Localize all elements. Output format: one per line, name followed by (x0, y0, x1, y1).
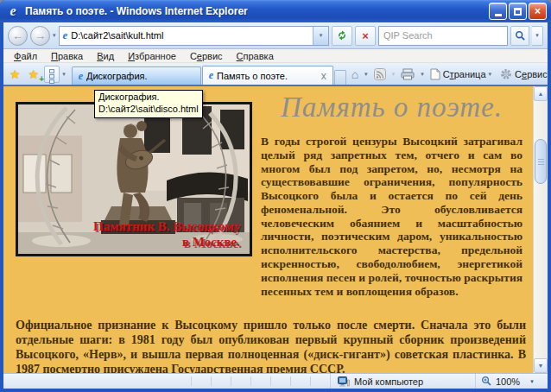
zone-label: Мой компьютер (354, 376, 423, 387)
ie-logo-icon: e (5, 3, 21, 19)
page-button[interactable]: Страница ▾ (428, 66, 494, 82)
tooltip-path: D:\сайт2\sait\disco.html (98, 104, 199, 116)
print-dropdown[interactable]: ▾ (421, 71, 424, 78)
zoom-dropdown[interactable]: ▾ (530, 378, 534, 385)
vertical-scrollbar[interactable]: ▲ ▼ (533, 86, 548, 373)
maximize-button[interactable] (509, 3, 527, 20)
maximize-icon (514, 8, 522, 16)
scrollbar-thumb[interactable] (535, 139, 547, 184)
address-bar: e ▾ (59, 26, 329, 46)
favicon-icon: e (63, 28, 68, 42)
tab-favicon-icon: e (79, 70, 83, 83)
print-button[interactable] (398, 66, 417, 82)
menu-item-edit[interactable]: Правка (44, 51, 90, 61)
menu-item-help[interactable]: Справка (230, 51, 281, 61)
feeds-button[interactable] (371, 66, 389, 82)
close-button[interactable]: × (529, 3, 547, 20)
monument-image: Памятник В. Высоцкому Памятник В. Высоцк… (18, 104, 250, 254)
monument-photo[interactable]: Памятник В. Высоцкому Памятник В. Высоцк… (16, 102, 252, 256)
minimize-button[interactable] (489, 3, 507, 20)
home-button[interactable]: ⌂ (349, 66, 361, 82)
star-icon: ★ (10, 68, 21, 80)
search-input[interactable] (383, 30, 507, 41)
status-bar: Мой компьютер 100% ▾ (3, 373, 548, 389)
history-dropdown[interactable]: ▾ (53, 32, 56, 39)
quick-tabs-button[interactable] (44, 66, 60, 83)
rss-icon (374, 68, 386, 80)
printer-icon (401, 68, 415, 80)
feeds-dropdown: ▾ (392, 71, 396, 78)
search-box (378, 26, 508, 46)
zoom-level: 100% (496, 376, 520, 387)
paragraph-recognition: Официальное признание к Высоцкому пришло… (16, 319, 528, 373)
back-icon: ← (12, 29, 23, 42)
tab-label: Память о поэте. (217, 71, 288, 81)
close-icon: × (535, 5, 541, 17)
new-tab-stub[interactable] (334, 70, 346, 85)
address-dropdown[interactable]: ▾ (313, 27, 328, 45)
tab-pamyat-o-poete[interactable]: e Память о поэте. x (202, 66, 333, 85)
grid-icon (49, 69, 54, 73)
scroll-up-button[interactable]: ▲ (534, 86, 548, 101)
navigation-bar: ← → ▾ e ▾ × (3, 22, 548, 49)
tab-list-dropdown[interactable]: ▾ (62, 66, 66, 83)
link-tooltip: Дискография. D:\сайт2\sait\disco.html (94, 90, 203, 118)
menu-item-file[interactable]: Файл (7, 51, 44, 61)
scrollbar-track[interactable] (534, 101, 548, 358)
window-title: Память о поэте. - Windows Internet Explo… (25, 5, 484, 17)
chevron-down-icon: ▾ (320, 32, 323, 39)
page-content: Памятник В. Высоцкому Памятник В. Высоцк… (3, 85, 548, 373)
chevron-down-icon: ▾ (489, 71, 492, 78)
tooltip-title: Дискография. (98, 92, 199, 104)
page-label: Страница (443, 69, 486, 79)
image-caption-line1: Памятник В. Высоцкому (93, 219, 240, 233)
refresh-icon (336, 29, 348, 41)
forward-button[interactable]: → (30, 26, 50, 46)
menu-bar: Файл Правка Вид Избранное Сервис Справка (3, 49, 548, 63)
back-button[interactable]: ← (8, 26, 28, 46)
home-icon: ⌂ (352, 68, 358, 80)
search-icon (515, 30, 526, 41)
tools-label: Сервис (515, 69, 548, 79)
browser-window: e Память о поэте. - Windows Internet Exp… (0, 0, 551, 392)
menu-item-tools[interactable]: Сервис (183, 51, 230, 61)
forward-icon: → (35, 29, 46, 42)
search-button[interactable] (510, 26, 529, 46)
star-plus-icon: ★ (28, 68, 40, 80)
tab-favicon-icon: e (209, 69, 213, 82)
chevron-down-icon: ▾ (62, 71, 66, 78)
minimize-icon (495, 14, 502, 16)
arrow-down-icon: ▼ (538, 363, 544, 369)
grip-icon (538, 159, 544, 160)
home-dropdown[interactable]: ▾ (364, 71, 368, 78)
command-bar: ★ ★+ ▾ e Дискография. e Память о поэте. … (3, 63, 548, 85)
gear-icon (500, 68, 512, 80)
zoom-control[interactable]: 100% ▾ (475, 374, 548, 389)
page-icon (430, 68, 440, 80)
tab-diskografiya[interactable]: e Дискография. (72, 66, 201, 85)
security-zone: Мой компьютер (330, 374, 475, 389)
stop-icon: × (362, 29, 369, 42)
page-title: Память о поэте. (261, 92, 522, 123)
title-bar[interactable]: e Память о поэте. - Windows Internet Exp… (0, 0, 551, 22)
tab-label: Дискография. (86, 71, 148, 81)
tools-button[interactable]: Сервис ▾ (497, 66, 548, 82)
menu-item-view[interactable]: Вид (90, 51, 121, 61)
tab-close-icon[interactable]: x (321, 71, 326, 81)
refresh-button[interactable] (332, 26, 352, 46)
paragraph-censorship: В годы строгой цензуры Высоцкий затрагив… (261, 135, 522, 298)
stop-button[interactable]: × (355, 26, 376, 46)
favorites-center-button[interactable]: ★ (7, 66, 23, 82)
chevron-down-icon: ▾ (535, 32, 539, 39)
search-dropdown[interactable]: ▾ (532, 26, 543, 46)
zoom-icon (481, 376, 492, 387)
my-computer-icon (338, 376, 350, 387)
arrow-up-icon: ▲ (538, 91, 544, 97)
menu-item-favorites[interactable]: Избранное (121, 51, 183, 61)
add-favorite-button[interactable]: ★+ (26, 66, 42, 82)
scroll-down-button[interactable]: ▼ (534, 358, 548, 373)
address-input[interactable] (71, 30, 309, 41)
image-caption-line2: в Москве. (182, 235, 240, 249)
